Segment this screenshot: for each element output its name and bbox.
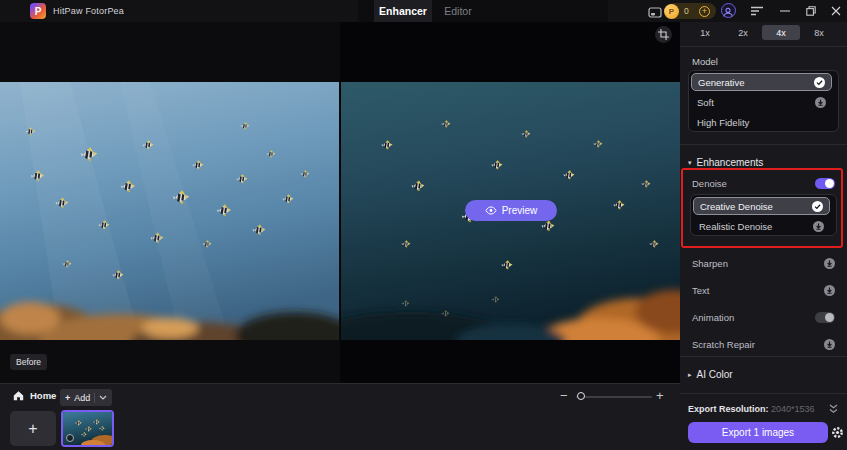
home-icon <box>13 390 24 401</box>
zoom-out-button[interactable]: − <box>560 388 568 403</box>
denoise-row: Denoise <box>692 176 835 190</box>
credits-count: 0 <box>684 3 689 19</box>
animation-toggle[interactable] <box>815 312 835 323</box>
check-icon <box>814 77 825 88</box>
minimize-button[interactable] <box>776 0 794 22</box>
add-image-tile[interactable]: + <box>10 411 56 446</box>
thumbnail-badge <box>66 434 74 442</box>
denoise-list: Creative Denoise Realistic Denoise <box>690 194 837 236</box>
add-button[interactable]: +Add <box>60 389 112 406</box>
ai-color-header[interactable]: ▸ AI Color <box>688 369 733 380</box>
denoise-toggle[interactable] <box>815 178 835 189</box>
tab-enhancer[interactable]: Enhancer <box>374 0 432 22</box>
denoise-option-realistic[interactable]: Realistic Denoise <box>693 217 830 235</box>
zoom-in-button[interactable]: + <box>656 388 664 403</box>
export-resolution-label: Export Resolution: <box>688 404 769 414</box>
scale-button-1x[interactable]: 1x <box>686 25 724 40</box>
scale-button-4x[interactable]: 4x <box>762 25 800 40</box>
zoom-slider-track[interactable] <box>576 396 652 398</box>
export-resolution-row: Export Resolution: 2040*1536 <box>688 402 839 416</box>
denoise-label: Denoise <box>692 178 727 189</box>
home-button[interactable]: Home <box>13 390 56 401</box>
crop-icon <box>658 29 669 40</box>
download-icon[interactable] <box>824 285 835 296</box>
app-title: HitPaw FotorPea <box>53 0 124 22</box>
download-icon <box>813 221 824 232</box>
download-icon[interactable] <box>824 339 835 350</box>
model-option-high-fidelity[interactable]: High Fidelity <box>691 113 832 131</box>
chevron-down-icon[interactable] <box>99 395 107 400</box>
image-thumbnail[interactable] <box>61 410 114 447</box>
coin-icon: P <box>664 4 679 19</box>
before-image <box>0 82 339 340</box>
plus-icon: + <box>65 393 70 403</box>
credits-pill[interactable]: P 0 + <box>666 3 716 19</box>
restore-button[interactable] <box>802 0 820 22</box>
preview-label: Preview <box>502 205 538 216</box>
scale-button-2x[interactable]: 2x <box>724 25 762 40</box>
app-logo-icon: P <box>30 3 46 19</box>
export-resolution-value: 2040*1536 <box>771 404 815 414</box>
animation-row[interactable]: Animation <box>692 310 835 324</box>
scratch-repair-row[interactable]: Scratch Repair <box>692 337 835 351</box>
menu-icon[interactable] <box>748 0 766 22</box>
account-button[interactable] <box>721 3 736 18</box>
gear-icon <box>831 426 844 439</box>
enhancements-header[interactable]: ▾ Enhancements <box>688 157 763 168</box>
expand-arrow-icon: ▸ <box>688 371 692 379</box>
preview-button[interactable]: Preview <box>465 200 557 221</box>
crop-button[interactable] <box>655 26 672 43</box>
scale-button-8x[interactable]: 8x <box>800 25 838 40</box>
settings-button[interactable] <box>831 426 844 441</box>
zoom-slider-handle[interactable] <box>577 392 585 400</box>
model-section-title: Model <box>692 56 718 67</box>
eye-icon <box>485 206 497 215</box>
download-icon <box>815 97 826 108</box>
check-icon <box>812 201 823 212</box>
before-badge: Before <box>10 354 47 370</box>
model-option-soft[interactable]: Soft <box>691 93 832 111</box>
export-button[interactable]: Export 1 images <box>688 422 828 443</box>
denoise-option-creative[interactable]: Creative Denoise <box>693 197 830 215</box>
model-option-generative[interactable]: Generative <box>691 73 832 91</box>
button-divider <box>94 393 95 403</box>
text-row[interactable]: Text <box>692 283 835 297</box>
add-label: Add <box>74 393 90 403</box>
download-icon[interactable] <box>824 258 835 269</box>
close-button[interactable] <box>827 0 845 22</box>
titlebar: P HitPaw FotorPea Enhancer Editor P 0 + <box>0 0 847 22</box>
bottombar: Home +Add − + + <box>0 383 680 450</box>
home-label: Home <box>30 390 56 401</box>
app-window: P HitPaw FotorPea Enhancer Editor P 0 + <box>0 0 847 450</box>
sharpen-row[interactable]: Sharpen <box>692 256 835 270</box>
screen-icon[interactable] <box>648 5 662 23</box>
canvas: Preview Before <box>0 22 680 383</box>
person-icon <box>722 6 734 18</box>
collapse-arrow-icon: ▾ <box>688 159 692 167</box>
model-list: Generative Soft High Fidelity <box>688 70 839 132</box>
settings-sidebar: 1x 2x 4x 8x Model Generative Soft High F… <box>680 22 847 450</box>
add-credits-icon[interactable]: + <box>699 6 710 17</box>
chevron-double-down-icon[interactable] <box>828 404 839 414</box>
tab-editor[interactable]: Editor <box>432 0 484 22</box>
